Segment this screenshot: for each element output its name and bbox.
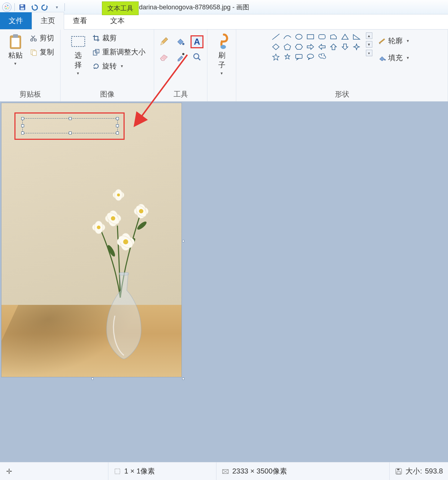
fill-tool[interactable]	[174, 35, 187, 48]
svg-point-24	[296, 34, 302, 39]
svg-point-22	[220, 45, 226, 49]
pencil-tool[interactable]	[157, 35, 170, 48]
eraser-tool[interactable]	[157, 50, 170, 63]
svg-point-18	[182, 43, 184, 45]
redo-button[interactable]	[41, 3, 50, 12]
status-selection-value: 1 × 1像素	[124, 466, 155, 476]
shape-6star[interactable]	[282, 53, 292, 61]
brush-icon	[214, 34, 229, 49]
status-selection-size: 1 × 1像素	[108, 462, 216, 480]
copy-button[interactable]: 复制	[28, 46, 55, 58]
copy-label: 复制	[40, 47, 54, 57]
save-button[interactable]	[18, 3, 27, 12]
svg-point-29	[384, 59, 386, 61]
fill-icon	[378, 54, 386, 62]
shapes-scroll-up[interactable]: ▲	[366, 32, 372, 39]
svg-rect-25	[307, 35, 314, 39]
cut-button[interactable]: 剪切	[28, 32, 55, 44]
svg-point-21	[194, 54, 199, 59]
svg-rect-6	[21, 5, 23, 6]
fill-label: 填充	[388, 53, 403, 63]
svg-text:A: A	[194, 37, 200, 46]
annotation-red-box-textbox	[14, 112, 125, 140]
selection-size-icon	[113, 467, 121, 475]
svg-point-39	[97, 226, 100, 229]
shape-arrow-left[interactable]	[317, 43, 327, 51]
shape-5star[interactable]	[271, 53, 281, 61]
status-size-label: 大小:	[406, 466, 422, 476]
tab-view[interactable]: 查看	[64, 12, 96, 29]
shape-pentagon[interactable]	[282, 43, 292, 51]
svg-rect-27	[296, 54, 302, 58]
shape-arrow-right[interactable]	[305, 43, 315, 51]
shape-rect[interactable]	[305, 32, 315, 41]
rotate-label: 旋转	[102, 61, 117, 71]
svg-point-11	[31, 39, 33, 41]
shape-round-rect[interactable]	[317, 32, 327, 41]
shape-callout-oval[interactable]	[305, 53, 315, 61]
undo-button[interactable]	[29, 3, 39, 12]
shape-callout-cloud[interactable]	[317, 53, 327, 61]
crop-button[interactable]: 裁剪	[91, 32, 147, 44]
shape-triangle[interactable]	[340, 32, 350, 41]
text-tool[interactable]: A	[191, 35, 203, 48]
svg-rect-10	[13, 34, 18, 38]
shape-gallery[interactable]	[271, 32, 363, 61]
select-icon	[71, 34, 86, 49]
copy-icon	[30, 48, 37, 56]
shape-arrow-up[interactable]	[328, 43, 339, 51]
group-shapes: ▲ ▼ ▾ 轮廓▼ 填充▼ 形状	[236, 30, 448, 101]
tab-file[interactable]: 文件	[0, 12, 32, 29]
svg-point-43	[139, 209, 143, 213]
svg-point-51	[119, 272, 129, 275]
crop-icon	[92, 34, 100, 42]
canvas[interactable]	[1, 103, 182, 377]
shape-curve[interactable]	[282, 32, 292, 41]
status-dimensions-value: 2333 × 3500像素	[232, 466, 287, 476]
shape-line[interactable]	[271, 32, 281, 41]
shape-diamond[interactable]	[271, 43, 281, 51]
color-picker-tool[interactable]	[174, 50, 187, 63]
shapes-scroll-down[interactable]: ▼	[366, 41, 372, 48]
tab-home[interactable]: 主页	[32, 12, 64, 30]
shape-arrow-down[interactable]	[340, 43, 350, 51]
cursor-position-icon: ✛	[5, 467, 13, 475]
svg-rect-7	[21, 8, 24, 10]
svg-point-20	[182, 53, 184, 55]
brush-label: 刷 子	[218, 50, 225, 70]
shape-4star[interactable]	[351, 43, 362, 51]
shape-hexagon[interactable]	[294, 43, 304, 51]
canvas-handle-bottom[interactable]	[91, 378, 94, 380]
app-icon[interactable]	[2, 3, 12, 12]
shape-polygon[interactable]	[328, 32, 339, 41]
image-vase	[102, 272, 145, 363]
shape-outline-button[interactable]: 轮廓▼	[377, 35, 411, 46]
svg-rect-15	[71, 36, 85, 46]
brush-button[interactable]: 刷 子 ▼	[211, 32, 232, 77]
canvas-handle-corner[interactable]	[182, 378, 184, 380]
qat-customize[interactable]: ▾	[52, 3, 62, 12]
shape-callout-rect[interactable]	[294, 53, 304, 61]
svg-point-50	[123, 239, 128, 244]
canvas-handle-right[interactable]	[182, 240, 184, 242]
workspace[interactable]	[0, 102, 448, 462]
svg-rect-57	[397, 472, 400, 474]
shape-right-triangle[interactable]	[351, 32, 362, 41]
magnifier-tool[interactable]	[191, 50, 203, 63]
resize-button[interactable]: 重新调整大小	[91, 46, 147, 58]
paste-button[interactable]: 粘贴 ▼	[5, 32, 26, 67]
shapes-expand[interactable]: ▾	[366, 50, 372, 56]
svg-point-3	[8, 7, 9, 8]
status-bar: ✛ 1 × 1像素 2333 × 3500像素 大小: 593.8	[0, 462, 448, 480]
shape-oval[interactable]	[294, 32, 304, 41]
select-label: 选 择	[75, 50, 82, 70]
svg-line-23	[272, 34, 279, 40]
shape-fill-button[interactable]: 填充▼	[377, 52, 411, 63]
qat-separator	[14, 3, 15, 11]
svg-rect-17	[95, 49, 99, 53]
status-size-value: 593.8	[425, 467, 443, 475]
group-tools-label: 工具	[174, 88, 188, 99]
rotate-button[interactable]: 旋转 ▼	[91, 61, 147, 72]
resize-icon	[92, 48, 100, 56]
select-button[interactable]: 选 择 ▼	[68, 32, 89, 77]
